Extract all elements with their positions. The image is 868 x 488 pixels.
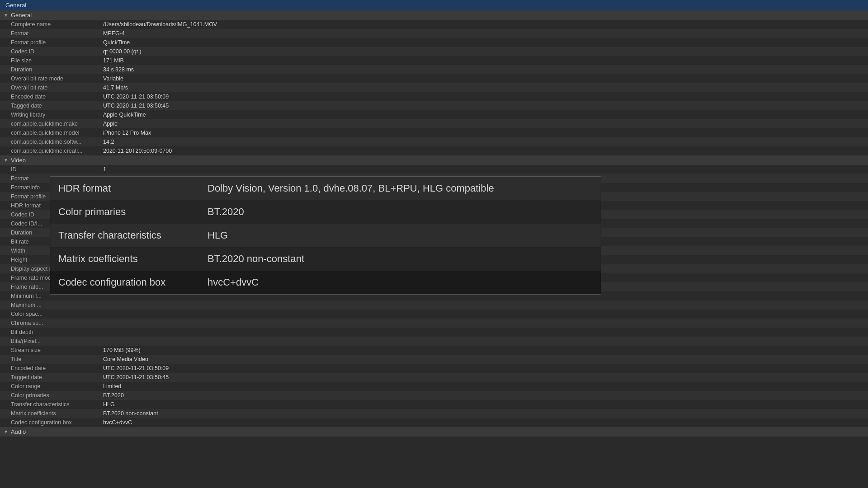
row-label: Overall bit rate mode bbox=[0, 75, 99, 82]
row-value: Core Media Video bbox=[99, 356, 868, 362]
video-section-header[interactable]: ▼ Video bbox=[0, 155, 868, 165]
table-row: com.apple.quicktime.make Apple bbox=[0, 119, 868, 128]
row-label: Bit depth bbox=[0, 329, 99, 335]
audio-section-header[interactable]: ▼ Audio bbox=[0, 427, 868, 436]
table-row: Color spac... bbox=[0, 310, 868, 319]
table-row: Encoded date UTC 2020-11-21 03:50:09 bbox=[0, 364, 868, 373]
table-row: Overall bit rate 41.7 Mb/s bbox=[0, 83, 868, 92]
table-row: Matrix coefficients BT.2020 non-constant bbox=[0, 409, 868, 418]
row-label: Tagged date bbox=[0, 103, 99, 109]
main-container: General ▼ General Complete name /Users/s… bbox=[0, 0, 868, 488]
row-label: Overall bit rate bbox=[0, 84, 99, 91]
table-row: ID 1 bbox=[0, 165, 868, 174]
tooltip-value: Dolby Vision, Version 1.0, dvhe.08.07, B… bbox=[208, 183, 494, 194]
row-value: UTC 2020-11-21 03:50:45 bbox=[99, 374, 868, 380]
table-row: com.apple.quicktime.creati... 2020-11-20… bbox=[0, 146, 868, 155]
table-row: Overall bit rate mode Variable bbox=[0, 74, 868, 83]
row-label: Duration bbox=[0, 66, 99, 73]
row-label: Maximum ... bbox=[0, 302, 99, 308]
table-row: Complete name /Users/sbilodeau/Downloads… bbox=[0, 20, 868, 29]
table-row: Encoded date UTC 2020-11-21 03:50:09 bbox=[0, 92, 868, 101]
tooltip-row: HDR format Dolby Vision, Version 1.0, dv… bbox=[50, 177, 601, 200]
row-value: Apple QuickTime bbox=[99, 112, 868, 118]
tooltip-label: Matrix coefficients bbox=[58, 253, 208, 265]
row-label: Matrix coefficients bbox=[0, 410, 99, 417]
row-value: QuickTime bbox=[99, 39, 868, 46]
row-label: Color range bbox=[0, 383, 99, 389]
table-row: Bits/(Pixel... bbox=[0, 337, 868, 346]
top-bar-label: General bbox=[5, 2, 26, 9]
row-value: 41.7 Mb/s bbox=[99, 84, 868, 91]
tooltip-row: Color primaries BT.2020 bbox=[50, 200, 601, 224]
table-row: Color range Limited bbox=[0, 382, 868, 391]
table-row: Codec ID qt 0000.00 (qt ) bbox=[0, 47, 868, 56]
audio-triangle-icon: ▼ bbox=[4, 429, 8, 434]
row-label: Bits/(Pixel... bbox=[0, 338, 99, 344]
row-label: Format bbox=[0, 30, 99, 37]
row-label: Encoded date bbox=[0, 365, 99, 371]
tooltip-row: Matrix coefficients BT.2020 non-constant bbox=[50, 247, 601, 271]
row-label: ID bbox=[0, 166, 99, 173]
general-rows: Complete name /Users/sbilodeau/Downloads… bbox=[0, 20, 868, 155]
tooltip-overlay: HDR format Dolby Vision, Version 1.0, dv… bbox=[50, 176, 601, 295]
video-section-label: Video bbox=[11, 157, 26, 164]
row-label: com.apple.quicktime.make bbox=[0, 121, 99, 127]
general-section-label: General bbox=[11, 12, 32, 19]
table-row: Maximum ... bbox=[0, 300, 868, 310]
row-label: Complete name bbox=[0, 21, 99, 28]
table-row: Color primaries BT.2020 bbox=[0, 391, 868, 400]
row-label: Format profile bbox=[0, 39, 99, 46]
tooltip-value: hvcC+dvvC bbox=[208, 277, 259, 288]
row-value: qt 0000.00 (qt ) bbox=[99, 48, 868, 55]
row-label: Writing library bbox=[0, 112, 99, 118]
row-value: iPhone 12 Pro Max bbox=[99, 130, 868, 136]
row-value: UTC 2020-11-21 03:50:09 bbox=[99, 365, 868, 371]
audio-section-label: Audio bbox=[11, 428, 26, 435]
top-bar: General bbox=[0, 0, 868, 10]
general-triangle-icon: ▼ bbox=[4, 13, 8, 18]
general-section-header[interactable]: ▼ General bbox=[0, 10, 868, 20]
row-label: Title bbox=[0, 356, 99, 362]
tooltip-label: Transfer characteristics bbox=[58, 230, 208, 241]
row-value: UTC 2020-11-21 03:50:45 bbox=[99, 103, 868, 109]
table-row: Format MPEG-4 bbox=[0, 29, 868, 38]
table-row: Codec configuration box hvcC+dvvC bbox=[0, 418, 868, 427]
table-row: Transfer characteristics HLG bbox=[0, 400, 868, 409]
row-value: BT.2020 non-constant bbox=[99, 410, 868, 417]
row-value: hvcC+dvvC bbox=[99, 419, 868, 426]
table-row: Title Core Media Video bbox=[0, 355, 868, 364]
tooltip-label: Codec configuration box bbox=[58, 277, 208, 288]
table-row: Duration 34 s 328 ms bbox=[0, 65, 868, 74]
table-row: Chroma su... bbox=[0, 319, 868, 328]
row-label: Encoded date bbox=[0, 94, 99, 100]
row-label: Tagged date bbox=[0, 374, 99, 380]
row-value: Apple bbox=[99, 121, 868, 127]
tooltip-label: Color primaries bbox=[58, 206, 208, 218]
row-value: HLG bbox=[99, 401, 868, 408]
row-label: Codec ID bbox=[0, 48, 99, 55]
row-label: File size bbox=[0, 57, 99, 64]
row-label: Chroma su... bbox=[0, 320, 99, 326]
table-row: Stream size 170 MiB (99%) bbox=[0, 346, 868, 355]
table-row: com.apple.quicktime.softw... 14.2 bbox=[0, 137, 868, 146]
table-row: File size 171 MiB bbox=[0, 56, 868, 65]
row-value: 2020-11-20T20:50:09-0700 bbox=[99, 148, 868, 154]
tooltip-label: HDR format bbox=[58, 183, 208, 194]
table-row: com.apple.quicktime.model iPhone 12 Pro … bbox=[0, 128, 868, 137]
row-label: Transfer characteristics bbox=[0, 401, 99, 408]
row-label: Codec configuration box bbox=[0, 419, 99, 426]
tooltip-value: BT.2020 bbox=[208, 206, 244, 218]
row-label: com.apple.quicktime.softw... bbox=[0, 139, 99, 145]
row-label: com.apple.quicktime.model bbox=[0, 130, 99, 136]
table-row: Tagged date UTC 2020-11-21 03:50:45 bbox=[0, 101, 868, 110]
row-value: /Users/sbilodeau/Downloads/IMG_1041.MOV bbox=[99, 21, 868, 28]
row-value: 34 s 328 ms bbox=[99, 66, 868, 73]
row-value: MPEG-4 bbox=[99, 30, 868, 37]
row-value: UTC 2020-11-21 03:50:09 bbox=[99, 94, 868, 100]
row-label: Stream size bbox=[0, 347, 99, 353]
tooltip-value: BT.2020 non-constant bbox=[208, 253, 304, 265]
tooltip-row: Codec configuration box hvcC+dvvC bbox=[50, 271, 601, 294]
row-value: 171 MiB bbox=[99, 57, 868, 64]
table-row: Bit depth bbox=[0, 328, 868, 337]
row-label: Color primaries bbox=[0, 392, 99, 399]
